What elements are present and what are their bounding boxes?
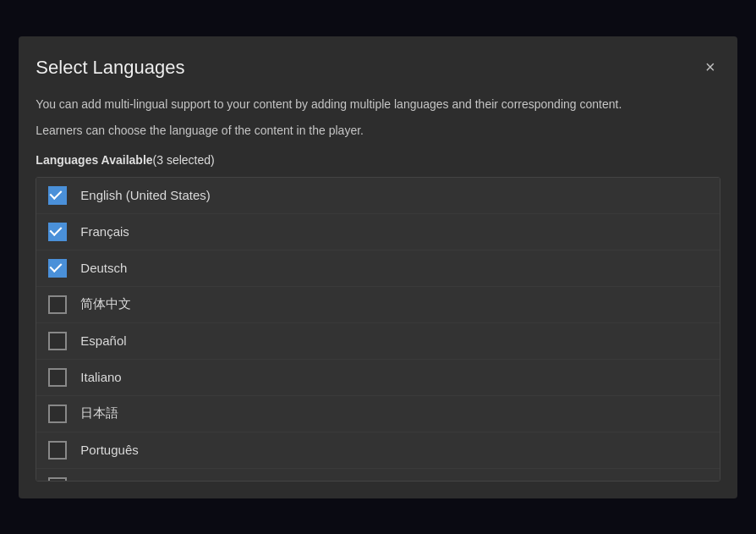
list-item[interactable]: Français <box>36 214 719 250</box>
checkbox-fr[interactable] <box>48 223 67 241</box>
list-item[interactable]: Deutsch <box>36 250 719 287</box>
lang-name: Italiano <box>80 370 121 384</box>
select-languages-modal: Select Languages × You can add multi-lin… <box>19 36 737 498</box>
checkbox-ja[interactable] <box>48 405 67 423</box>
lang-name: Русский <box>80 479 128 482</box>
lang-name: 日本語 <box>80 405 118 421</box>
checkbox-wrap <box>48 368 67 387</box>
checkbox-wrap <box>48 405 67 423</box>
languages-available-label: Languages Available(3 selected) <box>36 153 720 167</box>
lang-name: English (United States) <box>80 188 210 202</box>
list-item[interactable]: Español <box>36 323 719 360</box>
description-first: You can add multi-lingual support to you… <box>36 96 720 113</box>
description-second: Learners can choose the language of the … <box>36 122 720 140</box>
checkbox-ru[interactable] <box>48 477 67 482</box>
checkbox-en[interactable] <box>48 186 67 205</box>
list-item[interactable]: 简体中文 <box>36 287 719 323</box>
list-item[interactable]: English (United States) <box>36 178 719 214</box>
modal-header: Select Languages × <box>36 57 720 79</box>
close-button[interactable]: × <box>700 57 720 77</box>
lang-name: Español <box>80 333 126 348</box>
languages-label-count: (3 selected) <box>153 153 215 167</box>
checkbox-pt[interactable] <box>48 441 67 460</box>
modal-title: Select Languages <box>36 57 184 79</box>
checkbox-wrap <box>48 295 67 314</box>
checkbox-wrap <box>48 259 67 278</box>
list-item[interactable]: Italiano <box>36 360 719 396</box>
checkbox-es[interactable] <box>48 332 67 350</box>
list-item[interactable]: 日本語 <box>36 396 719 432</box>
lang-name: Português <box>80 443 138 457</box>
lang-name: Français <box>80 224 129 239</box>
lang-name: 简体中文 <box>80 296 131 312</box>
lang-name: Deutsch <box>80 261 127 275</box>
checkbox-wrap <box>48 223 67 241</box>
checkbox-wrap <box>48 441 67 460</box>
checkbox-de[interactable] <box>48 259 67 278</box>
checkbox-zh[interactable] <box>48 295 67 314</box>
checkbox-wrap <box>48 477 67 482</box>
list-item[interactable]: Русский <box>36 469 719 482</box>
checkbox-it[interactable] <box>48 368 67 387</box>
languages-list: English (United States)FrançaisDeutsch简体… <box>36 177 720 482</box>
languages-label-bold: Languages Available <box>36 153 152 167</box>
list-item[interactable]: Português <box>36 432 719 469</box>
checkbox-wrap <box>48 332 67 350</box>
checkbox-wrap <box>48 186 67 205</box>
modal-overlay: Select Languages × You can add multi-lin… <box>0 0 756 534</box>
